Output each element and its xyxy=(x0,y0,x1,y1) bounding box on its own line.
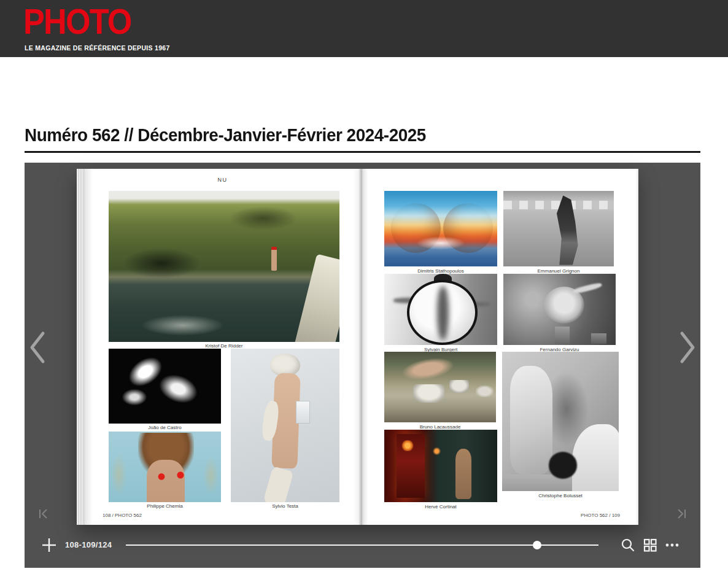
photo-sylvain-burgert xyxy=(384,274,497,345)
photo-art xyxy=(152,367,204,411)
photo-art xyxy=(437,286,449,340)
photo-dimitris-stathopoulos xyxy=(384,191,497,266)
site-tagline: LE MAGAZINE DE RÉFÉRENCE DEPUIS 1967 xyxy=(25,44,170,52)
photo-caption: Hervé Cortinat xyxy=(384,504,497,509)
photo-christophe-bolusset xyxy=(502,352,619,491)
photo-art xyxy=(263,466,295,502)
grid-icon xyxy=(641,537,659,554)
right-page[interactable]: Dimitris Stathopoulos Emmanuel Grignon S… xyxy=(361,169,638,525)
photo-art xyxy=(157,473,166,481)
flipbook-viewer: NU Kristof De Ridder João de Castro xyxy=(25,163,700,568)
prev-page-button[interactable] xyxy=(27,330,48,365)
last-page-button[interactable] xyxy=(675,508,688,520)
photo-art xyxy=(407,280,478,344)
plus-icon xyxy=(39,535,59,555)
photo-art xyxy=(476,385,494,397)
photo-art xyxy=(294,254,339,342)
page-root: PHOTO LE MAGAZINE DE RÉFÉRENCE DEPUIS 19… xyxy=(0,0,728,585)
chevron-left-icon xyxy=(27,330,48,365)
photo-caption: Kristof De Ridder xyxy=(109,343,339,349)
photo-herve-cortinat xyxy=(384,430,497,502)
photo-art xyxy=(147,460,185,502)
photo-caption: Sylvio Testa xyxy=(231,503,339,509)
photo-art xyxy=(455,449,471,500)
photo-kristof-de-ridder xyxy=(109,191,339,342)
ellipsis-icon xyxy=(664,537,681,554)
section-heading: NU xyxy=(84,177,361,183)
left-page[interactable]: NU Kristof De Ridder João de Castro xyxy=(84,169,361,525)
photo-art xyxy=(573,282,602,295)
photo-art xyxy=(123,248,201,278)
photo-art xyxy=(510,366,552,475)
photo-art xyxy=(591,333,607,343)
page-slider[interactable] xyxy=(126,539,598,551)
slider-track[interactable] xyxy=(126,544,598,546)
photo-philippe-chemla xyxy=(109,432,221,502)
photo-bruno-lacaussade xyxy=(384,352,496,422)
zoom-in-button[interactable] xyxy=(39,535,59,555)
photo-art xyxy=(203,457,219,495)
photo-art xyxy=(296,401,310,424)
thumbnails-grid-button[interactable] xyxy=(641,537,659,554)
photo-art xyxy=(271,247,277,271)
title-divider xyxy=(25,151,700,153)
book-spine xyxy=(358,169,363,525)
photo-art xyxy=(503,201,614,209)
photo-fernando-garvizu xyxy=(503,274,616,345)
search-button[interactable] xyxy=(619,537,637,554)
search-icon xyxy=(619,537,637,554)
page-stack-edge xyxy=(77,169,84,525)
photo-caption: Philippe Chemla xyxy=(109,503,221,509)
photo-art xyxy=(549,452,577,478)
site-logo[interactable]: PHOTO xyxy=(23,2,131,41)
photo-art xyxy=(401,354,455,382)
photo-caption: Dimitris Stathopoulos xyxy=(384,268,497,274)
skip-to-first-icon xyxy=(37,508,50,520)
page-footer-right: PHOTO 562 / 109 xyxy=(581,513,620,518)
photo-emmanuel-grignon xyxy=(503,191,614,266)
photo-art xyxy=(416,236,466,250)
photo-art xyxy=(141,315,224,336)
first-page-button[interactable] xyxy=(37,508,50,520)
photo-art xyxy=(433,447,441,455)
photo-art xyxy=(176,471,185,479)
photo-caption: Christophe Bolusset xyxy=(502,493,619,498)
slider-thumb[interactable] xyxy=(533,541,541,549)
chevron-right-icon xyxy=(677,330,698,365)
issue-title: Numéro 562 // Décembre-Janvier-Février 2… xyxy=(25,125,426,145)
next-page-button[interactable] xyxy=(677,330,698,365)
photo-art xyxy=(401,440,414,452)
site-header: PHOTO LE MAGAZINE DE RÉFÉRENCE DEPUIS 19… xyxy=(0,0,728,57)
photo-sylvio-testa xyxy=(231,349,339,502)
photo-caption: Emmanuel Grignon xyxy=(503,268,614,274)
photo-art xyxy=(449,380,470,393)
photo-art xyxy=(413,384,444,403)
photo-art xyxy=(555,327,570,344)
photo-art xyxy=(229,206,298,230)
photo-caption: Bruno Lacaussade xyxy=(384,424,496,430)
photo-caption: João de Castro xyxy=(109,425,221,430)
photo-art xyxy=(120,387,149,407)
skip-to-last-icon xyxy=(675,508,688,520)
page-indicator: 108-109/124 xyxy=(65,540,112,549)
photo-joao-de-castro xyxy=(109,349,221,424)
book-spread: NU Kristof De Ridder João de Castro xyxy=(77,169,638,525)
more-options-button[interactable] xyxy=(664,537,681,554)
page-footer-left: 108 / PHOTO 562 xyxy=(103,513,142,518)
photo-art xyxy=(111,453,127,495)
